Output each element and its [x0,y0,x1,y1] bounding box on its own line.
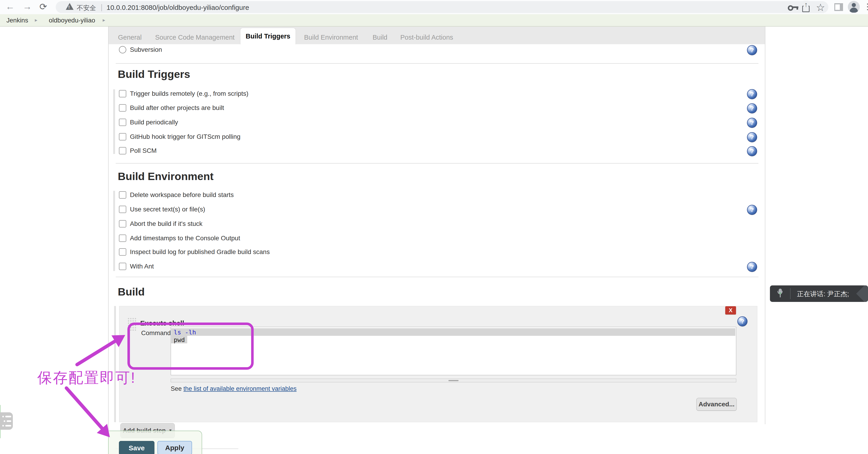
tab-build[interactable]: Build [373,34,388,41]
chevron-right-icon[interactable]: ▸ [103,17,105,23]
screen: ← → ⟳ ! 不安全 | 10.0.0.201:8080/job/oldboy… [0,0,868,454]
forward-icon[interactable]: → [23,1,32,12]
tab-source-code-management[interactable]: Source Code Management [155,34,235,41]
build-triggers-heading: Build Triggers [118,68,190,80]
trigger-remotely-checkbox[interactable] [119,90,126,97]
timestamps-checkbox[interactable] [119,234,126,242]
help-icon[interactable]: ? [747,262,757,272]
tab-build-environment[interactable]: Build Environment [304,34,358,41]
build-heading: Build [118,285,145,298]
option-row: Build periodically [119,119,178,126]
build-after-projects-checkbox[interactable] [119,104,126,111]
breadcrumb-job[interactable]: oldboyedu-yiliao [49,17,95,24]
annotation-arrow-up [75,339,118,367]
card-right-border [765,27,765,424]
option-row: Delete workspace before build starts [119,191,234,199]
indent-strip [113,191,115,271]
option-row: Use secret text(s) or file(s) [119,205,205,213]
apply-button[interactable]: Apply [157,441,192,454]
env-vars-hint: See the list of available environment va… [171,385,297,392]
meeting-logo-icon [856,285,868,302]
textarea-resize-handle[interactable] [171,379,736,382]
help-icon[interactable]: ? [747,132,757,142]
speaking-overlay: 正在讲话: 尹正杰; [770,285,868,302]
tab-post-build-actions[interactable]: Post-build Actions [400,34,453,41]
speaking-text: 正在讲话: 尹正杰; [797,290,849,299]
build-periodically-checkbox[interactable] [119,119,126,126]
command-textarea[interactable]: ls -lh pwd [171,327,736,375]
help-icon[interactable]: ? [747,146,757,156]
security-label: 不安全 [77,4,96,12]
annotation-rectangle [127,323,254,370]
advanced-button[interactable]: Advanced... [696,398,737,411]
tab-build-triggers[interactable]: Build Triggers [240,28,296,44]
sidebar-icon[interactable] [834,3,843,11]
secret-text-checkbox[interactable] [119,206,126,213]
config-tabbar: General Source Code Management Build Tri… [108,27,765,44]
section-divider [116,277,758,277]
help-icon[interactable]: ? [747,103,757,114]
option-row: Add timestamps to the Console Output [119,234,240,242]
option-row: Inspect build log for published Gradle b… [119,248,270,256]
github-hook-checkbox[interactable] [119,133,126,140]
gradle-scan-checkbox[interactable] [119,248,126,256]
annotation-arrow-down [64,386,104,431]
option-row: With Ant [119,262,154,270]
subversion-row: Subversion [119,46,162,54]
text-selection [171,328,735,336]
browser-menu-icon[interactable]: ⋮ [863,2,868,11]
chevron-right-icon[interactable]: ▸ [35,17,37,23]
delete-step-button[interactable]: X [725,306,736,315]
option-row: GitHub hook trigger for GITScm polling [119,133,240,141]
subversion-radio[interactable] [119,46,126,53]
delete-workspace-checkbox[interactable] [119,191,126,199]
option-row: Build after other projects are built [119,104,224,112]
card-left-border [108,27,108,454]
help-icon[interactable]: ? [747,118,757,128]
save-button[interactable]: Save [119,441,154,454]
poll-scm-checkbox[interactable] [119,147,126,154]
abort-stuck-checkbox[interactable] [119,220,126,227]
option-row: Trigger builds remotely (e.g., from scri… [119,90,248,98]
indent-strip [113,89,115,154]
profile-avatar[interactable] [848,1,860,13]
bookmark-star-icon[interactable]: ☆ [816,2,825,13]
url-text[interactable]: 10.0.0.201:8080/job/oldboyedu-yiliao/con… [106,4,249,11]
breadcrumb-jenkins[interactable]: Jenkins [6,17,28,24]
indent-strip [114,306,116,422]
address-bar[interactable]: ! 不安全 | 10.0.0.201:8080/job/oldboyedu-yi… [56,1,828,13]
section-divider [116,163,758,164]
microphone-icon[interactable] [777,289,784,299]
subversion-label: Subversion [130,46,162,53]
breadcrumb: Jenkins ▸ oldboyedu-yiliao ▸ [0,14,868,27]
browser-toolbar: ← → ⟳ ! 不安全 | 10.0.0.201:8080/job/oldboy… [0,0,868,14]
with-ant-checkbox[interactable] [119,263,126,270]
section-divider [116,63,758,64]
option-row: Poll SCM [119,147,157,155]
back-icon[interactable]: ← [5,1,15,12]
help-icon[interactable]: ? [747,205,757,215]
side-list-tab[interactable] [0,412,13,430]
tab-general[interactable]: General [118,34,142,41]
build-environment-heading: Build Environment [118,170,214,183]
help-icon[interactable]: ? [747,45,757,55]
annotation-note: 保存配置即可! [37,368,136,388]
option-row: Abort the build if it's stuck [119,220,203,228]
help-icon[interactable]: ? [747,89,757,99]
env-vars-link[interactable]: the list of available environment variab… [184,385,297,392]
help-icon[interactable]: ? [737,316,747,326]
overlay-divider [790,288,790,299]
reload-icon[interactable]: ⟳ [39,1,47,12]
